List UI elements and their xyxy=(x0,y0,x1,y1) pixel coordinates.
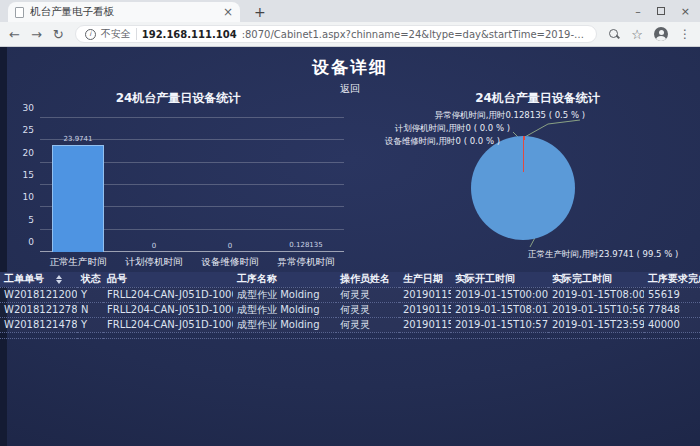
table-cell: 成型作业 Molding xyxy=(233,317,336,332)
column-header[interactable]: 品号 xyxy=(103,272,233,287)
pie-chart[interactable] xyxy=(471,136,575,240)
table-cell: 何灵灵 xyxy=(336,287,399,302)
sort-icon[interactable] xyxy=(56,275,62,284)
column-header[interactable]: 生产日期 xyxy=(399,272,451,287)
window-controls: – × xyxy=(635,5,690,18)
table-cell: 40000 xyxy=(644,317,700,332)
column-header[interactable]: 操作员姓名 xyxy=(336,272,399,287)
table-cell: 20190115 xyxy=(399,317,451,332)
close-window-button[interactable]: × xyxy=(681,5,690,18)
page-favicon-icon xyxy=(15,7,24,18)
maximize-button[interactable] xyxy=(657,7,665,15)
bar[interactable] xyxy=(52,145,104,252)
url-path: :8070/Cabinet1.aspx?chinname=24&ltype=da… xyxy=(242,29,588,40)
table-cell: FRLL204-CAN-J051D-10000N xyxy=(103,287,233,302)
pie-label-maintenance: 设备维修时间,用时0 ( 0.0 % ) xyxy=(385,136,500,148)
table-cell: 何灵灵 xyxy=(336,302,399,317)
minimize-button[interactable]: – xyxy=(635,5,641,18)
column-header[interactable]: 实际完工时间 xyxy=(548,272,644,287)
table-cell: 2019-01-15T00:00:05.24 xyxy=(451,287,548,302)
bar-chart-title: 24机台产量日设备统计 xyxy=(8,90,348,107)
y-axis-tick: 10 xyxy=(12,192,34,202)
column-header[interactable]: 工单单号 xyxy=(0,272,77,287)
url-bar[interactable]: i 不安全 192.168.111.104 :8070/Cabinet1.asp… xyxy=(75,25,598,43)
x-axis-label: 设备维修时间 xyxy=(192,256,268,269)
table-cell: Y xyxy=(77,317,103,332)
x-axis-label: 正常生产时间 xyxy=(40,256,116,269)
bar-value-label: 0 xyxy=(152,242,156,250)
pie-label-normal-production: 正常生产时间,用时23.9741 ( 99.5 % ) xyxy=(528,249,678,261)
column-header[interactable]: 工序名称 xyxy=(233,272,336,287)
table-cell: 20190115 xyxy=(399,302,451,317)
table-cell: 55619 xyxy=(644,287,700,302)
bookmark-star-icon[interactable]: ☆ xyxy=(631,28,643,41)
left-edge-strip xyxy=(0,47,7,446)
bar-slot: 0设备维修时间 xyxy=(192,118,268,252)
y-axis-tick: 25 xyxy=(12,125,34,135)
table-cell: 2019-01-15T10:56:30.14 xyxy=(548,302,644,317)
column-header[interactable]: 实际开工时间 xyxy=(451,272,548,287)
table-cell: W2018121200-001 xyxy=(0,287,77,302)
y-axis-tick: 5 xyxy=(12,215,34,225)
refresh-icon[interactable]: ↻ xyxy=(53,28,64,41)
bar-value-label: 23.9741 xyxy=(64,135,93,143)
table-cell: Y xyxy=(77,287,103,302)
info-icon[interactable]: i xyxy=(85,29,96,40)
new-tab-button[interactable]: + xyxy=(254,5,266,19)
empty-table-row xyxy=(0,332,700,338)
bar-chart-panel: 24机台产量日设备统计 05101520253023.9741正常生产时间0计划… xyxy=(8,90,348,270)
table-cell: 2019-01-15T23:59:51.75 xyxy=(548,317,644,332)
table-cell: 何灵灵 xyxy=(336,317,399,332)
forward-icon[interactable]: → xyxy=(31,28,42,41)
column-header[interactable]: 工序要求完成数 xyxy=(644,272,700,287)
table-header-row: 工单单号状态品号工序名称操作员姓名生产日期实际开工时间实际完工时间工序要求完成数 xyxy=(0,272,700,287)
y-axis-tick: 30 xyxy=(12,103,34,113)
table-cell: 77848 xyxy=(644,302,700,317)
tab-title: 机台产量电子看板 xyxy=(30,5,217,19)
y-axis-tick: 0 xyxy=(12,237,34,247)
table-row[interactable]: W2018121478-001YFRLL204-CAN-J051D-10000N… xyxy=(0,317,700,332)
table-cell: 成型作业 Molding xyxy=(233,287,336,302)
bar-slot: 23.9741正常生产时间 xyxy=(40,118,116,252)
page-title: 设备详细 xyxy=(0,47,700,79)
zoom-icon[interactable] xyxy=(608,28,620,40)
pie-label-planned-stop: 计划停机时间,用时0 ( 0.0 % ) xyxy=(395,123,510,135)
table-cell: W2018121278-001 xyxy=(0,302,77,317)
browser-toolbar: ← → ↻ i 不安全 192.168.111.104 :8070/Cabine… xyxy=(0,22,700,47)
table-cell: FRLL204-CAN-J051D-10000N xyxy=(103,302,233,317)
y-axis-tick: 15 xyxy=(12,170,34,180)
table-cell: 2019-01-15T10:57:10.1 xyxy=(451,317,548,332)
x-axis-label: 计划停机时间 xyxy=(116,256,192,269)
omnibox-divider xyxy=(136,28,137,40)
pie-label-abnormal-stop: 异常停机时间,用时0.128135 ( 0.5 % ) xyxy=(435,110,585,122)
table-cell: 20190115 xyxy=(399,287,451,302)
table-cell: 2019-01-15T08:01:31.48 xyxy=(451,302,548,317)
dashboard-page: 设备详细 返回 24机台产量日设备统计 05101520253023.9741正… xyxy=(0,47,700,446)
work-order-table: 工单单号状态品号工序名称操作员姓名生产日期实际开工时间实际完工时间工序要求完成数… xyxy=(0,272,700,339)
y-axis-tick: 20 xyxy=(12,148,34,158)
work-order-table-wrap: 工单单号状态品号工序名称操作员姓名生产日期实际开工时间实际完工时间工序要求完成数… xyxy=(0,272,700,339)
bar-slot: 0.128135异常停机时间 xyxy=(268,118,344,252)
table-cell: FRLL204-CAN-J051D-10000N xyxy=(103,317,233,332)
bar-value-label: 0 xyxy=(228,242,232,250)
profile-avatar-icon[interactable] xyxy=(654,27,668,41)
bar-value-label: 0.128135 xyxy=(289,241,322,249)
table-cell: N xyxy=(77,302,103,317)
browser-tab[interactable]: 机台产量电子看板 × xyxy=(8,2,240,22)
table-cell: W2018121478-001 xyxy=(0,317,77,332)
bar-slot: 0计划停机时间 xyxy=(116,118,192,252)
x-axis-label: 异常停机时间 xyxy=(268,256,344,269)
menu-dots-icon[interactable]: ⋮ xyxy=(679,27,691,41)
tab-close-icon[interactable]: × xyxy=(223,5,233,19)
url-host: 192.168.111.104 xyxy=(142,29,237,40)
bar-chart-plot: 05101520253023.9741正常生产时间0计划停机时间0设备维修时间0… xyxy=(40,118,344,252)
pie-chart-title: 24机台产量日设备统计 xyxy=(380,90,695,107)
table-cell: 2019-01-15T08:00:51.52 xyxy=(548,287,644,302)
pie-chart-panel: 24机台产量日设备统计 异常停机时间,用时0.128135 ( 0.5 % ) … xyxy=(380,90,695,270)
table-row[interactable]: W2018121200-001YFRLL204-CAN-J051D-10000N… xyxy=(0,287,700,302)
back-icon[interactable]: ← xyxy=(9,28,20,41)
column-header[interactable]: 状态 xyxy=(77,272,103,287)
security-label: 不安全 xyxy=(101,27,131,41)
table-row[interactable]: W2018121278-001NFRLL204-CAN-J051D-10000N… xyxy=(0,302,700,317)
browser-tabstrip: 机台产量电子看板 × + – × xyxy=(0,0,700,22)
